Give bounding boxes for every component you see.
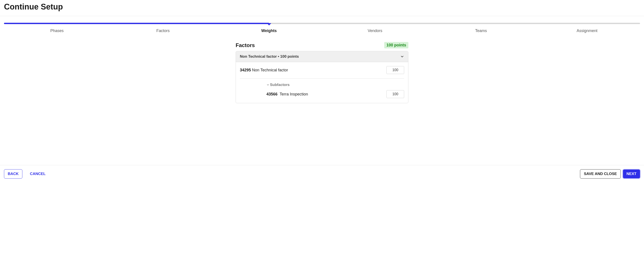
subfactor-label: 43566 Terra Inspection <box>266 92 308 97</box>
chevron-down-icon <box>266 83 270 86</box>
factor-group-title: Non Technical factor • 100 points <box>240 54 299 59</box>
factors-header: Factors 100 points <box>236 42 408 48</box>
step-assignment[interactable]: Assignment <box>534 28 640 33</box>
back-button[interactable]: BACK <box>4 169 22 179</box>
save-and-close-button[interactable]: SAVE AND CLOSE <box>580 169 620 179</box>
step-vendors[interactable]: Vendors <box>322 28 428 33</box>
factors-title: Factors <box>236 42 255 48</box>
chevron-down-icon <box>400 55 404 59</box>
step-weights[interactable]: Weights <box>216 28 322 33</box>
footer: BACK CANCEL SAVE AND CLOSE NEXT <box>0 165 644 182</box>
factor-card: Non Technical factor • 100 points 34295 … <box>236 51 408 103</box>
page-header: Continue Setup <box>0 0 644 16</box>
factor-group-header[interactable]: Non Technical factor • 100 points <box>236 51 408 62</box>
factor-row: 34295 Non Technical factor <box>240 66 404 74</box>
factor-body: 34295 Non Technical factor Subfactors <box>236 62 408 103</box>
main-content: Factors 100 points Non Technical factor … <box>0 33 644 112</box>
footer-left: BACK CANCEL <box>4 169 49 179</box>
subfactor-id: 43566 <box>266 92 278 96</box>
subfactors-toggle[interactable]: Subfactors <box>266 83 404 87</box>
divider <box>240 78 404 79</box>
points-badge: 100 points <box>384 42 408 48</box>
subfactors-label: Subfactors <box>270 83 290 87</box>
subfactors-block: Subfactors 43566 Terra Inspection <box>240 83 404 98</box>
subfactor-row: 43566 Terra Inspection <box>266 90 404 98</box>
factors-panel: Factors 100 points Non Technical factor … <box>236 42 408 103</box>
factor-label: 34295 Non Technical factor <box>240 68 288 72</box>
cancel-button[interactable]: CANCEL <box>26 169 49 178</box>
factor-id: 34295 <box>240 68 251 72</box>
stepper-labels: Phases Factors Weights Vendors Teams Ass… <box>4 22 640 33</box>
next-button[interactable]: NEXT <box>623 169 640 178</box>
stepper: Phases Factors Weights Vendors Teams Ass… <box>0 22 644 33</box>
step-factors[interactable]: Factors <box>110 28 216 33</box>
factor-name: Non Technical factor <box>252 68 288 72</box>
footer-right: SAVE AND CLOSE NEXT <box>580 169 640 179</box>
factor-points-input[interactable] <box>386 66 404 74</box>
step-teams[interactable]: Teams <box>428 28 534 33</box>
page-title: Continue Setup <box>4 2 640 11</box>
subfactor-points-input[interactable] <box>386 90 404 98</box>
step-phases[interactable]: Phases <box>4 28 110 33</box>
subfactor-name: Terra Inspection <box>280 92 308 96</box>
